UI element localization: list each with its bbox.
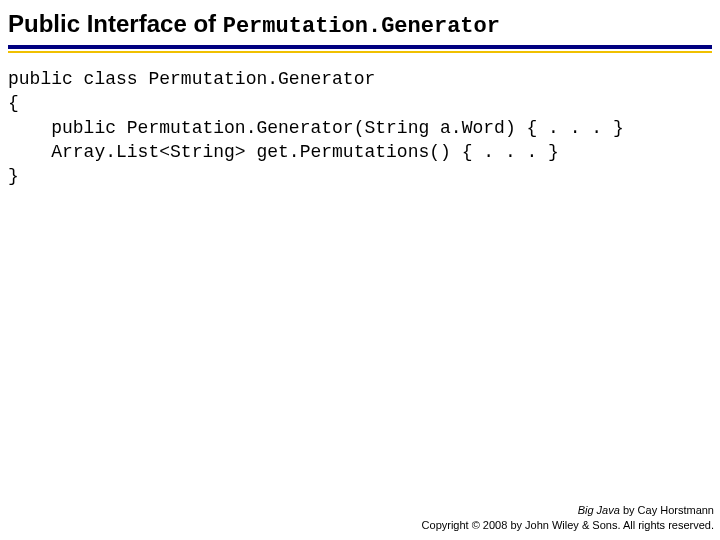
title-rule-primary xyxy=(8,45,712,49)
title-classname: Permutation.Generator xyxy=(223,14,500,39)
footer-copyright: Copyright © 2008 by John Wiley & Sons. A… xyxy=(422,518,714,532)
footer-line-1: Big Java by Cay Horstmann xyxy=(422,503,714,517)
code-line-2: { xyxy=(8,93,19,113)
code-line-4: Array.List<String> get.Permutations() { … xyxy=(8,142,559,162)
title-area: Public Interface of Permutation.Generato… xyxy=(0,0,720,53)
code-line-5: } xyxy=(8,166,19,186)
footer: Big Java by Cay Horstmann Copyright © 20… xyxy=(422,503,714,532)
title-prefix: Public Interface of xyxy=(8,10,223,37)
footer-book-title: Big Java xyxy=(578,504,620,516)
code-line-1: public class Permutation.Generator xyxy=(8,69,375,89)
code-line-3: public Permutation.Generator(String a.Wo… xyxy=(8,118,624,138)
footer-byline: by Cay Horstmann xyxy=(620,504,714,516)
code-block: public class Permutation.Generator { pub… xyxy=(0,53,720,188)
slide-title: Public Interface of Permutation.Generato… xyxy=(8,10,712,39)
slide: Public Interface of Permutation.Generato… xyxy=(0,0,720,540)
